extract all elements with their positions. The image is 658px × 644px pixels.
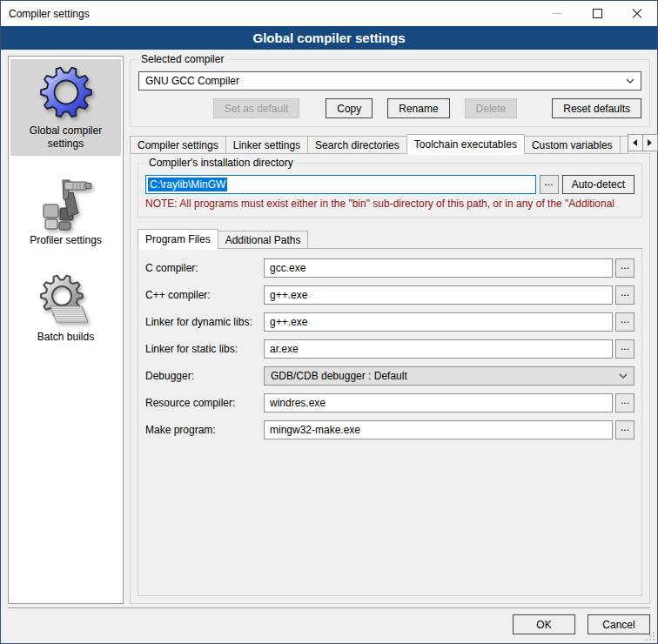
browse-static-linker-button[interactable]: ... [615, 339, 634, 359]
field-label: Resource compiler: [145, 397, 264, 409]
sidebar-item-label: Profiler settings [30, 234, 102, 247]
tab-scroll-left-button[interactable] [628, 134, 643, 151]
resource-compiler-input[interactable]: windres.exe [264, 393, 613, 413]
sidebar-item-global-compiler-settings[interactable]: Global compiler settings [10, 59, 121, 156]
sidebar-item-label: Global compiler settings [12, 124, 119, 151]
installation-directory-group: Compiler's installation directory C:\ray… [138, 163, 642, 218]
tab-scroll-buttons [628, 134, 658, 151]
compiler-select[interactable]: GNU GCC Compiler [138, 71, 641, 91]
sidebar-item-batch-builds[interactable]: Batch builds [10, 265, 121, 349]
browse-directory-button[interactable]: ... [540, 175, 559, 194]
compiler-actions: Set as default Copy Rename Delete Reset … [138, 98, 641, 118]
gear-blue-icon [38, 65, 94, 121]
arrow-right-icon [648, 139, 652, 146]
program-files-tabbar: Program Files Additional Paths [138, 229, 642, 249]
page-title: Global compiler settings [1, 26, 657, 50]
arrow-left-icon [633, 139, 637, 146]
installation-directory-value: C:\raylib\MinGW [148, 178, 227, 191]
field-label: Linker for static libs: [145, 343, 264, 355]
chevron-down-icon [619, 373, 628, 379]
compiler-select-value: GNU GCC Compiler [145, 75, 626, 87]
toolchain-executables-panel: Compiler's installation directory C:\ray… [130, 153, 650, 604]
cpp-compiler-input[interactable]: g++.exe [264, 285, 613, 305]
sidebar-item-label: Batch builds [37, 331, 94, 344]
cancel-button[interactable]: Cancel [588, 614, 650, 634]
browse-make-program-button[interactable]: ... [615, 420, 634, 439]
dialog-body: Global compiler settings Profiler settin… [1, 50, 657, 607]
selected-compiler-group-label: Selected compiler [138, 53, 227, 65]
dynamic-linker-input[interactable]: g++.exe [264, 312, 613, 332]
tab-custom-variables[interactable]: Custom variables [524, 136, 621, 154]
static-linker-input[interactable]: ar.exe [264, 339, 613, 359]
ok-button[interactable]: OK [513, 614, 575, 634]
field-label: Make program: [145, 424, 264, 436]
make-program-row: Make program: mingw32-make.exe ... [145, 420, 634, 439]
browse-dynamic-linker-button[interactable]: ... [615, 312, 634, 332]
maximize-button[interactable] [577, 1, 617, 26]
debugger-select-value: GDB/CDB debugger : Default [271, 370, 619, 382]
resize-grip-icon[interactable] [644, 630, 655, 641]
field-label: C++ compiler: [145, 289, 264, 301]
installation-directory-input[interactable]: C:\raylib\MinGW [145, 175, 536, 194]
main-content: Selected compiler GNU GCC Compiler Set a… [130, 56, 650, 604]
auto-detect-button[interactable]: Auto-detect [562, 175, 634, 194]
cpp-compiler-row: C++ compiler: g++.exe ... [145, 285, 634, 305]
field-label: Debugger: [145, 370, 264, 382]
copy-button[interactable]: Copy [326, 98, 373, 118]
tab-program-files[interactable]: Program Files [138, 229, 218, 250]
compiler-settings-dialog: Compiler settings Global compiler settin… [0, 0, 658, 644]
program-files-panel: C compiler: gcc.exe ... C++ compiler: g+… [138, 248, 642, 596]
window-title: Compiler settings [1, 8, 90, 20]
settings-tabbar: Compiler settings Linker settings Search… [130, 134, 650, 154]
resource-compiler-row: Resource compiler: windres.exe ... [145, 393, 634, 413]
tab-toolchain-executables[interactable]: Toolchain executables [406, 134, 525, 155]
minimize-button[interactable] [537, 1, 577, 26]
delete-button[interactable]: Delete [465, 98, 518, 118]
dialog-footer: OK Cancel [8, 607, 650, 643]
caliper-blocks-icon [38, 175, 94, 231]
set-as-default-button[interactable]: Set as default [213, 98, 299, 118]
field-label: C compiler: [145, 262, 264, 274]
tab-search-directories[interactable]: Search directories [307, 136, 407, 154]
installation-note: NOTE: All programs must exist either in … [145, 198, 634, 210]
settings-category-list: Global compiler settings Profiler settin… [8, 56, 124, 604]
c-compiler-input[interactable]: gcc.exe [264, 258, 613, 278]
tab-additional-paths[interactable]: Additional Paths [218, 231, 309, 249]
gear-stack-icon [38, 272, 94, 327]
titlebar[interactable]: Compiler settings [1, 1, 657, 26]
browse-c-compiler-button[interactable]: ... [615, 258, 634, 278]
static-linker-row: Linker for static libs: ar.exe ... [145, 339, 634, 359]
make-program-input[interactable]: mingw32-make.exe [264, 420, 613, 439]
tab-scroll-right-button[interactable] [642, 134, 658, 151]
rename-button[interactable]: Rename [387, 98, 449, 118]
selected-compiler-group: Selected compiler GNU GCC Compiler Set a… [130, 59, 650, 127]
browse-resource-compiler-button[interactable]: ... [615, 393, 634, 413]
close-button[interactable] [617, 1, 657, 26]
c-compiler-row: C compiler: gcc.exe ... [145, 258, 634, 278]
tab-compiler-settings[interactable]: Compiler settings [130, 136, 226, 154]
tab-linker-settings[interactable]: Linker settings [225, 136, 308, 154]
browse-cpp-compiler-button[interactable]: ... [615, 285, 634, 305]
installation-directory-group-label: Compiler's installation directory [145, 157, 297, 169]
installation-directory-row: C:\raylib\MinGW ... Auto-detect [145, 175, 634, 194]
debugger-row: Debugger: GDB/CDB debugger : Default [145, 366, 634, 386]
dynamic-linker-row: Linker for dynamic libs: g++.exe ... [145, 312, 634, 332]
field-label: Linker for dynamic libs: [145, 316, 264, 328]
maximize-icon [593, 9, 602, 18]
reset-defaults-button[interactable]: Reset defaults [552, 98, 641, 118]
chevron-down-icon [626, 78, 634, 84]
close-icon [632, 9, 642, 19]
debugger-select[interactable]: GDB/CDB debugger : Default [264, 366, 634, 386]
sidebar-item-profiler-settings[interactable]: Profiler settings [10, 169, 121, 252]
window-controls [537, 1, 657, 26]
minimize-icon [553, 13, 561, 14]
